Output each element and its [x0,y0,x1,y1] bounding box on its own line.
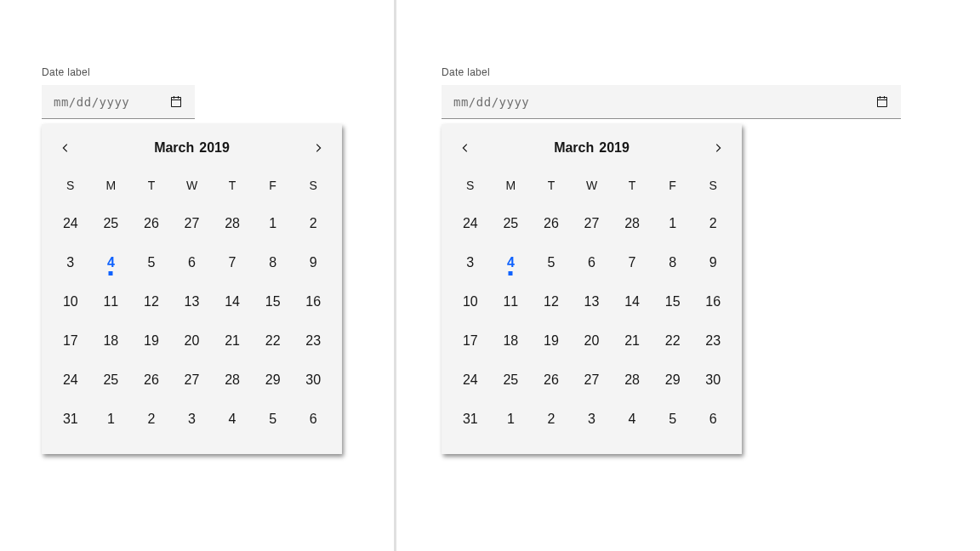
day-cell[interactable]: 19 [131,321,172,361]
day-cell[interactable]: 3 [450,243,491,282]
day-cell[interactable]: 14 [612,282,652,321]
date-input[interactable]: mm/dd/yyyy [42,85,195,119]
day-cell[interactable]: 15 [253,282,293,321]
day-cell[interactable]: 10 [50,282,91,321]
day-cell[interactable]: 4 [612,400,652,439]
datepicker-fluid: Date label mm/dd/yyyy March2019 SMTWTFS … [442,66,901,454]
day-cell[interactable]: 31 [50,400,91,439]
next-month-button[interactable] [303,133,333,163]
day-cell[interactable]: 6 [692,400,733,439]
day-cell[interactable]: 3 [172,400,213,439]
day-cell[interactable]: 11 [491,282,532,321]
day-cell[interactable]: 9 [692,243,733,282]
day-cell[interactable]: 1 [652,204,693,243]
day-cell[interactable]: 16 [692,282,733,321]
day-cell[interactable]: 15 [652,282,693,321]
day-cell[interactable]: 2 [131,400,172,439]
day-cell[interactable]: 29 [652,361,693,400]
day-cell[interactable]: 28 [212,204,253,243]
day-cell[interactable]: 9 [293,243,333,282]
weekday-cell: T [531,167,572,204]
day-cell[interactable]: 5 [531,243,572,282]
day-cell[interactable]: 8 [253,243,293,282]
day-cell[interactable]: 2 [531,400,572,439]
day-cell[interactable]: 31 [450,400,491,439]
day-cell[interactable]: 28 [212,361,253,400]
day-cell[interactable]: 27 [172,361,213,400]
day-cell[interactable]: 20 [172,321,213,361]
day-cell[interactable]: 16 [293,282,333,321]
weekday-cell: S [450,167,491,204]
day-cell[interactable]: 23 [692,321,733,361]
day-cell[interactable]: 14 [212,282,253,321]
day-cell[interactable]: 7 [612,243,652,282]
day-cell[interactable]: 4 [212,400,253,439]
day-cell[interactable]: 3 [572,400,612,439]
day-cell[interactable]: 17 [450,321,491,361]
day-cell[interactable]: 11 [91,282,132,321]
calendar-icon[interactable] [875,95,889,109]
day-cell[interactable]: 18 [491,321,532,361]
day-cell[interactable]: 5 [652,400,693,439]
weekday-cell: T [612,167,652,204]
day-cell[interactable]: 1 [91,400,132,439]
weekday-row: SMTWTFS [450,167,733,204]
day-cell[interactable]: 2 [293,204,333,243]
weekday-cell: S [50,167,91,204]
day-cell[interactable]: 30 [293,361,333,400]
day-cell[interactable]: 12 [131,282,172,321]
day-cell[interactable]: 19 [531,321,572,361]
day-cell[interactable]: 1 [491,400,532,439]
day-cell[interactable]: 24 [50,204,91,243]
day-cell[interactable]: 21 [212,321,253,361]
day-cell[interactable]: 18 [91,321,132,361]
day-cell[interactable]: 26 [531,361,572,400]
day-cell[interactable]: 28 [612,361,652,400]
day-cell[interactable]: 10 [450,282,491,321]
prev-month-button[interactable] [50,133,81,163]
day-cell[interactable]: 3 [50,243,91,282]
day-cell[interactable]: 13 [172,282,213,321]
day-cell[interactable]: 8 [652,243,693,282]
day-cell[interactable]: 6 [293,400,333,439]
day-cell[interactable]: 21 [612,321,652,361]
day-cell[interactable]: 30 [692,361,733,400]
calendar-icon[interactable] [169,95,183,109]
day-cell[interactable]: 24 [50,361,91,400]
day-cell[interactable]: 5 [131,243,172,282]
day-cell[interactable]: 26 [531,204,572,243]
day-cell[interactable]: 25 [91,204,132,243]
date-input[interactable]: mm/dd/yyyy [442,85,901,119]
day-cell[interactable]: 24 [450,361,491,400]
day-cell[interactable]: 25 [91,361,132,400]
day-cell[interactable]: 4 [91,243,132,282]
day-cell[interactable]: 7 [212,243,253,282]
day-cell[interactable]: 17 [50,321,91,361]
weekday-cell: S [692,167,733,204]
day-cell[interactable]: 26 [131,361,172,400]
day-cell[interactable]: 22 [652,321,693,361]
day-cell[interactable]: 1 [253,204,293,243]
day-cell[interactable]: 27 [172,204,213,243]
day-cell[interactable]: 25 [491,204,532,243]
day-cell[interactable]: 4 [491,243,532,282]
day-cell[interactable]: 5 [253,400,293,439]
day-cell[interactable]: 13 [572,282,612,321]
day-cell[interactable]: 25 [491,361,532,400]
day-cell[interactable]: 27 [572,361,612,400]
day-cell[interactable]: 24 [450,204,491,243]
next-month-button[interactable] [703,133,733,163]
day-cell[interactable]: 22 [253,321,293,361]
day-cell[interactable]: 6 [572,243,612,282]
calendar-header: March2019 [50,129,333,167]
day-cell[interactable]: 23 [293,321,333,361]
day-cell[interactable]: 12 [531,282,572,321]
day-cell[interactable]: 20 [572,321,612,361]
day-cell[interactable]: 29 [253,361,293,400]
prev-month-button[interactable] [450,133,481,163]
day-cell[interactable]: 26 [131,204,172,243]
day-cell[interactable]: 28 [612,204,652,243]
day-cell[interactable]: 2 [692,204,733,243]
day-cell[interactable]: 6 [172,243,213,282]
day-cell[interactable]: 27 [572,204,612,243]
